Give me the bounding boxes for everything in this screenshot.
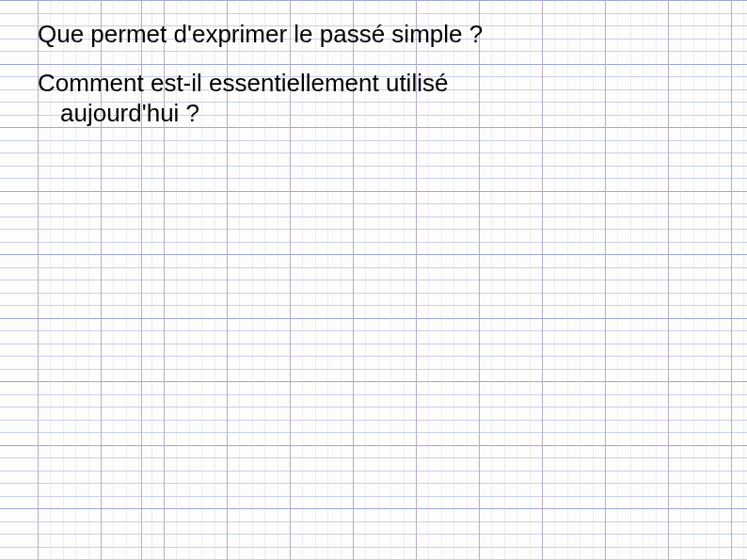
question-2-line-2: aujourd'hui ? [38, 98, 709, 129]
slide-content: Que permet d'exprimer le passé simple ? … [38, 19, 709, 129]
question-2-line-1: Comment est-il essentiellement utilisé [38, 68, 709, 99]
question-1: Que permet d'exprimer le passé simple ? [38, 19, 709, 51]
question-2: Comment est-il essentiellement utilisé a… [38, 68, 709, 129]
